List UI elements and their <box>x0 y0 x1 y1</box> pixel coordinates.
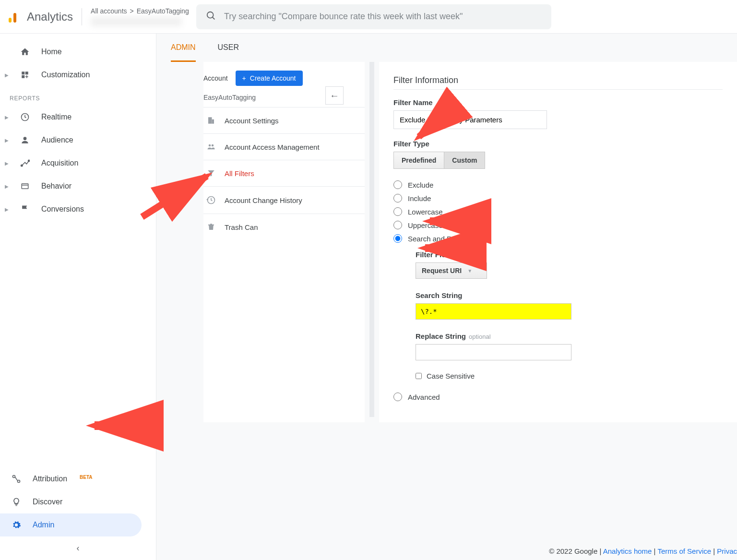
nav-behavior[interactable]: ▶ Behavior <box>0 175 156 198</box>
search-placeholder: Try searching "Compare bounce rate this … <box>224 12 463 22</box>
predefined-toggle[interactable]: Predefined <box>393 152 444 169</box>
radio-include[interactable]: Include <box>393 194 723 203</box>
header: Analytics All accounts > EasyAutoTagging… <box>0 0 737 34</box>
expand-icon: ▶ <box>5 72 9 78</box>
divider <box>82 8 82 25</box>
filter-name-label: Filter Name <box>393 98 723 107</box>
nav-customization-label: Customization <box>41 71 90 79</box>
trash-icon <box>206 223 216 231</box>
expand-icon: ▶ <box>5 161 9 166</box>
radio-search-replace[interactable]: Search and Replace <box>393 234 723 243</box>
nav-discover-label: Discover <box>33 498 62 506</box>
left-nav: Home ▶ Customization REPORTS ▶ Realtime … <box>0 34 156 560</box>
search-input[interactable]: Try searching "Compare bounce rate this … <box>196 4 551 29</box>
svg-rect-18 <box>208 117 212 124</box>
beta-badge: BETA <box>80 475 92 480</box>
tab-admin[interactable]: ADMIN <box>171 43 196 62</box>
radio-exclude[interactable]: Exclude <box>393 180 723 189</box>
svg-rect-5 <box>22 71 24 74</box>
filter-name-input[interactable] <box>393 110 547 129</box>
analytics-logo-icon <box>9 9 21 24</box>
expand-icon: ▶ <box>5 207 9 212</box>
person-icon <box>19 134 31 146</box>
plus-icon: + <box>242 74 246 82</box>
filter-section-title: Filter Information <box>393 75 723 90</box>
nav-home[interactable]: Home <box>0 40 156 63</box>
attribution-icon <box>11 473 22 485</box>
nav-admin[interactable]: Admin <box>0 513 142 536</box>
account-access-label: Account Access Management <box>225 143 320 151</box>
custom-toggle[interactable]: Custom <box>444 152 485 169</box>
breadcrumb-account: EasyAutoTagging <box>137 7 189 15</box>
svg-rect-14 <box>22 184 28 189</box>
svg-point-21 <box>212 144 214 147</box>
nav-customization[interactable]: ▶ Customization <box>0 63 156 86</box>
all-filters-label: All Filters <box>225 169 254 178</box>
account-column: Account + Create Account EasyAutoTagging… <box>203 62 365 422</box>
create-account-button[interactable]: + Create Account <box>236 71 303 86</box>
nav-conversions[interactable]: ▶ Conversions <box>0 198 156 221</box>
nav-audience[interactable]: ▶ Audience <box>0 129 156 152</box>
chevron-left-icon: ‹ <box>77 543 80 553</box>
expand-icon: ▶ <box>5 115 9 120</box>
svg-point-11 <box>24 137 27 140</box>
history-icon <box>206 195 216 205</box>
radio-uppercase[interactable]: Uppercase <box>393 221 723 229</box>
nav-conversions-label: Conversions <box>41 205 84 214</box>
nav-acquisition-label: Acquisition <box>41 159 78 167</box>
account-settings-item[interactable]: Account Settings <box>203 107 365 134</box>
svg-point-20 <box>209 144 211 147</box>
nav-behavior-label: Behavior <box>41 182 71 191</box>
home-icon <box>19 46 31 58</box>
filter-field-dropdown[interactable]: Request URI ▼ <box>416 262 487 279</box>
filter-mode-radios: Exclude Include Lowercase Uppercase Sear… <box>393 180 723 243</box>
footer-analytics-home[interactable]: Analytics home <box>603 547 652 555</box>
customization-icon <box>19 69 31 81</box>
expand-icon: ▶ <box>5 184 9 189</box>
tab-user[interactable]: USER <box>218 43 239 62</box>
account-access-item[interactable]: Account Access Management <box>203 134 365 160</box>
account-selector[interactable]: All accounts > EasyAutoTagging <box>91 7 191 26</box>
filter-icon <box>206 169 216 178</box>
radio-advanced[interactable]: Advanced <box>393 393 723 401</box>
search-icon <box>206 11 216 23</box>
footer-terms[interactable]: Terms of Service <box>657 547 711 555</box>
nav-home-label: Home <box>41 48 62 56</box>
nav-audience-label: Audience <box>41 136 73 144</box>
app-title: Analytics <box>27 10 73 24</box>
trash-can-label: Trash Can <box>225 223 258 231</box>
nav-realtime[interactable]: ▶ Realtime <box>0 106 156 129</box>
svg-point-13 <box>28 160 30 161</box>
case-sensitive-checkbox[interactable]: Case Sensitive <box>416 372 723 380</box>
gear-icon <box>11 519 22 531</box>
back-button[interactable]: ← <box>325 86 344 105</box>
radio-lowercase[interactable]: Lowercase <box>393 207 723 216</box>
create-account-label: Create Account <box>250 74 296 82</box>
tab-bar: ADMIN USER <box>156 34 737 62</box>
nav-discover[interactable]: Discover <box>0 490 156 513</box>
search-string-label: Search String <box>416 291 723 299</box>
change-history-item[interactable]: Account Change History <box>203 187 365 214</box>
arrow-left-icon: ← <box>330 90 339 101</box>
svg-point-12 <box>21 165 23 166</box>
logo[interactable]: Analytics <box>9 9 73 24</box>
trash-can-item[interactable]: Trash Can <box>203 214 365 240</box>
building-icon <box>206 116 216 125</box>
nav-attribution[interactable]: Attribution BETA <box>0 467 156 490</box>
property-name-redacted <box>91 17 182 26</box>
collapse-sidebar-button[interactable]: ‹ <box>0 536 156 560</box>
people-icon <box>206 143 216 151</box>
svg-rect-19 <box>212 119 214 124</box>
footer-privacy[interactable]: Privac <box>717 547 737 555</box>
replace-string-input[interactable] <box>416 344 571 360</box>
search-string-input[interactable] <box>416 303 571 320</box>
scroll-track[interactable] <box>369 62 374 417</box>
clock-icon <box>19 111 31 123</box>
acquisition-icon <box>19 157 31 169</box>
nav-acquisition[interactable]: ▶ Acquisition <box>0 152 156 175</box>
behavior-icon <box>19 180 31 192</box>
flag-icon <box>19 203 31 215</box>
filter-panel: Filter Information Filter Name Filter Ty… <box>379 62 737 422</box>
svg-line-4 <box>213 17 215 19</box>
all-filters-item[interactable]: All Filters <box>203 160 365 187</box>
